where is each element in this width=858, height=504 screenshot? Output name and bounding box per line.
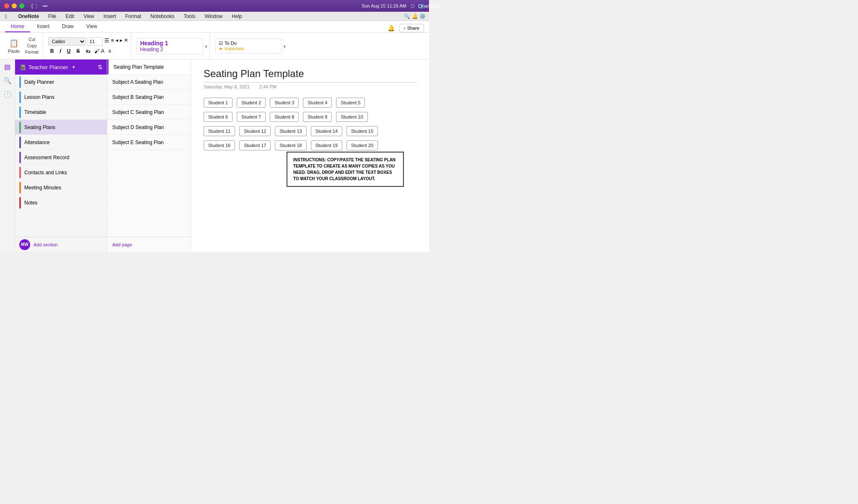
sidebar-item-daily-planner[interactable]: Daily Planner xyxy=(15,75,107,90)
star-icon: ★ xyxy=(219,46,223,52)
sections-icon[interactable]: ▤ xyxy=(4,63,10,71)
student-box[interactable]: Student 12 xyxy=(239,126,271,136)
back-btn[interactable]: ⟨ xyxy=(31,3,33,9)
sidebar-item-lesson-plans[interactable]: Lesson Plans xyxy=(15,90,107,105)
menu-tools[interactable]: Tools xyxy=(182,13,197,20)
sidebar-item-seating-plans[interactable]: Seating Plans xyxy=(15,120,107,135)
student-box[interactable]: Student 7 xyxy=(237,112,266,122)
tab-home[interactable]: Home xyxy=(5,22,30,32)
student-box[interactable]: Student 8 xyxy=(270,112,299,122)
page-item-subject-b-seating-plan[interactable]: Subject B Seating Plan xyxy=(107,90,191,105)
menu-format[interactable]: Format xyxy=(124,13,143,20)
app-sidebar: ▤ 🔍 🕐 xyxy=(0,59,15,252)
menu-help[interactable]: Help xyxy=(230,13,244,20)
student-box[interactable]: Student 1 xyxy=(204,98,233,108)
indent-icon[interactable]: ▸ xyxy=(120,37,122,46)
ordered-list-icon[interactable]: ≡ xyxy=(111,37,114,46)
menu-edit[interactable]: Edit xyxy=(64,13,76,20)
minimize-button[interactable] xyxy=(12,3,17,8)
notification-icon[interactable]: 🔔 xyxy=(388,25,395,31)
sidebar-item-attendance[interactable]: Attendance xyxy=(15,135,107,150)
maximize-button[interactable] xyxy=(19,3,24,8)
student-box[interactable]: Student 15 xyxy=(346,126,378,136)
time-display: Sun Aug 15 11:26 AM xyxy=(362,3,406,8)
notebook-dropdown-icon[interactable]: ▾ xyxy=(72,65,75,70)
tags-expand-icon[interactable]: › xyxy=(284,43,286,49)
important-tag[interactable]: ★ Important xyxy=(219,46,278,52)
student-box[interactable]: Student 16 xyxy=(204,140,235,150)
format-button[interactable]: Format xyxy=(23,49,40,55)
menu-insert[interactable]: Insert xyxy=(102,13,118,20)
strikethrough-button[interactable]: S xyxy=(75,47,82,55)
user-avatar[interactable]: MW xyxy=(19,239,30,250)
notebook-header[interactable]: 📓 Teacher Planner ▾ ⇅ xyxy=(15,59,107,75)
student-box[interactable]: Student 14 xyxy=(311,126,342,136)
student-box[interactable]: Student 10 xyxy=(336,112,367,122)
student-box[interactable]: Student 13 xyxy=(275,126,306,136)
heading1-style[interactable]: Heading 1 xyxy=(140,40,199,47)
page-item-subject-c-seating-plan[interactable]: Subject C Seating Plan xyxy=(107,105,191,120)
forward-btn[interactable]: ⟩ xyxy=(36,3,38,9)
share-button[interactable]: ↑ Share xyxy=(399,24,424,32)
tab-draw[interactable]: Draw xyxy=(56,22,80,32)
italic-button[interactable]: I xyxy=(57,47,63,55)
page-title: Seating Plan Template xyxy=(204,68,416,83)
sort-icon[interactable]: ⇅ xyxy=(98,64,103,70)
section-color-dot xyxy=(19,197,21,209)
student-box[interactable]: Student 11 xyxy=(204,126,235,136)
sidebar-item-meeting-minutes[interactable]: Meeting Minutes xyxy=(15,180,107,195)
student-box[interactable]: Student 5 xyxy=(336,98,365,108)
list-icon[interactable]: ☰ xyxy=(104,37,109,46)
subscript-button[interactable]: x₂ xyxy=(84,47,93,55)
ribbon-toolbar: 📋 Paste Cut Copy Format Calibri ☰ ≡ ◂ ▸ … xyxy=(0,33,429,59)
student-box[interactable]: Student 9 xyxy=(303,112,332,122)
student-box[interactable]: Student 18 xyxy=(275,140,306,150)
cut-button[interactable]: Cut xyxy=(23,37,40,42)
page-item-subject-d-seating-plan[interactable]: Subject D Seating Plan xyxy=(107,120,191,135)
highlight-icon[interactable]: 🖌 xyxy=(94,48,99,54)
font-family-select[interactable]: Calibri xyxy=(48,37,86,46)
page-item-seating-plan-template[interactable]: Seating Plan Template xyxy=(107,59,191,75)
bold-button[interactable]: B xyxy=(48,47,56,55)
align-button[interactable]: ≡ xyxy=(106,47,113,55)
more-btn[interactable]: ••• xyxy=(43,3,48,8)
close-button[interactable] xyxy=(4,3,9,8)
add-page-button[interactable]: Add page xyxy=(112,242,132,247)
sidebar-item-timetable[interactable]: Timetable xyxy=(15,105,107,120)
heading2-style[interactable]: Heading 2 xyxy=(140,47,199,52)
student-box[interactable]: Student 17 xyxy=(239,140,271,150)
todo-tag[interactable]: ☑ To Do xyxy=(219,41,278,46)
font-color-icon[interactable]: A xyxy=(101,48,104,54)
apple-menu[interactable]:  xyxy=(3,12,9,21)
sidebar-item-contacts-and-links[interactable]: Contacts and Links xyxy=(15,165,107,180)
tab-insert[interactable]: Insert xyxy=(31,22,55,32)
menu-file[interactable]: File xyxy=(47,13,58,20)
font-size-input[interactable] xyxy=(88,37,103,46)
menu-onenote[interactable]: OneNote xyxy=(16,13,41,20)
student-box[interactable]: Student 2 xyxy=(237,98,266,108)
page-item-subject-e-seating-plan[interactable]: Subject E Seating Plan xyxy=(107,135,191,150)
clear-format-icon[interactable]: ✕ xyxy=(124,37,128,46)
underline-button[interactable]: U xyxy=(65,47,73,55)
search-icon[interactable]: 🔍 xyxy=(3,77,12,85)
tab-view[interactable]: View xyxy=(80,22,103,32)
notebook-icon: 📓 xyxy=(19,64,26,70)
copy-button[interactable]: Copy xyxy=(23,43,40,49)
add-section-button[interactable]: Add section xyxy=(34,242,57,247)
menu-view[interactable]: View xyxy=(82,13,96,20)
student-box[interactable]: Student 6 xyxy=(204,112,233,122)
student-box[interactable]: Student 20 xyxy=(346,140,378,150)
menu-notebooks[interactable]: Notebooks xyxy=(149,13,176,20)
student-box[interactable]: Student 19 xyxy=(311,140,342,150)
history-icon[interactable]: 🕐 xyxy=(3,90,12,98)
student-box[interactable]: Student 3 xyxy=(270,98,299,108)
styles-expand-icon[interactable]: › xyxy=(205,43,207,49)
sidebar-item-assessment-record[interactable]: Assessment Record xyxy=(15,150,107,165)
page-meta: Saturday, May 8, 2021 2:44 PM xyxy=(204,84,416,89)
student-box[interactable]: Student 4 xyxy=(303,98,332,108)
menu-window[interactable]: Window xyxy=(203,13,224,20)
paste-button[interactable]: 📋 Paste xyxy=(6,38,22,54)
sidebar-item-notes[interactable]: Notes xyxy=(15,195,107,210)
outdent-icon[interactable]: ◂ xyxy=(116,37,118,46)
page-item-subject-a-seating-plan[interactable]: Subject A Seating Plan xyxy=(107,75,191,90)
